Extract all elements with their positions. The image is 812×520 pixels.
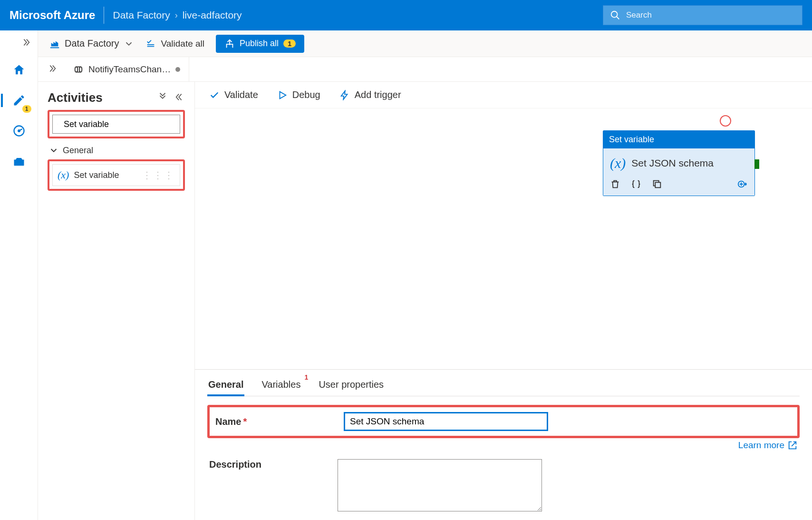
activity-item-set-variable[interactable]: (x) Set variable ⋮⋮⋮ [52,164,180,186]
rail-author[interactable]: 1 [10,91,29,110]
publish-all-label: Publish all [240,39,279,49]
activities-group-label: General [63,146,93,156]
activity-item-label: Set variable [74,170,119,180]
highlight-activity-item: (x) Set variable ⋮⋮⋮ [48,159,185,191]
drag-handle-icon[interactable]: ⋮⋮⋮ [142,169,175,181]
factory-label: Data Factory [65,38,119,49]
description-input[interactable] [338,459,542,511]
document-tab-title: NotifiyTeamsChan… [88,64,171,75]
trash-icon [610,179,620,189]
copy-icon [652,179,662,189]
properties-panel: General Variables 1 User properties Name… [195,369,812,520]
search-icon [610,10,620,20]
play-icon [277,90,288,100]
svg-point-0 [611,11,618,18]
success-output-handle[interactable] [754,159,759,169]
debug-label: Debug [292,89,320,100]
annotation-circle [720,115,731,127]
delete-node-button[interactable] [610,179,620,191]
lightning-icon [339,90,350,100]
brand-logo[interactable]: Microsoft Azure [10,9,95,22]
expand-panel-icon[interactable] [42,63,62,75]
global-search-input[interactable] [625,10,795,20]
name-label: Name* [215,416,329,427]
variable-icon: (x) [58,169,69,181]
chevron-down-icon [124,39,134,49]
add-trigger-label: Add trigger [355,89,401,100]
description-label: Description [209,459,323,470]
tab-general[interactable]: General [207,373,244,396]
tab-variables-error-count: 1 [305,373,309,381]
checklist-icon [145,39,156,49]
svg-point-3 [18,130,20,132]
rail-manage[interactable] [10,152,29,171]
activities-search[interactable] [52,115,180,134]
svg-point-10 [58,124,58,125]
collapse-all-icon[interactable] [157,92,168,104]
pencil-icon [12,94,26,107]
tab-variables-label: Variables [261,379,300,390]
pipeline-canvas[interactable]: Set variable (x) Set JSON schema [195,108,812,369]
braces-icon [631,179,641,189]
search-icon [58,119,58,129]
highlight-search [48,110,185,138]
left-rail: 1 [0,30,38,520]
tab-variables[interactable]: Variables 1 [261,373,301,396]
factory-icon [49,39,60,49]
add-trigger-button[interactable]: Add trigger [339,89,401,100]
toolbox-icon [12,155,26,168]
name-label-text: Name [215,416,241,427]
node-name: Set JSON schema [631,157,714,169]
factory-dropdown[interactable]: Data Factory [49,38,134,49]
document-tabstrip: NotifiyTeamsChan… [38,57,812,82]
expand-rail-icon[interactable] [20,37,31,49]
activities-title: Activities [48,90,151,105]
rail-home[interactable] [10,60,29,79]
chevron-right-icon: › [175,10,178,20]
variable-icon: (x) [610,155,626,171]
azure-top-bar: Microsoft Azure Data Factory › live-adfa… [0,0,812,30]
activities-panel: Activities General (x) [38,82,195,520]
rail-monitor[interactable] [10,121,29,140]
home-icon [12,63,26,77]
breadcrumb-resource[interactable]: live-adfactory [183,10,242,21]
properties-tabs: General Variables 1 User properties [207,370,800,396]
global-search[interactable] [603,5,802,25]
tab-user-properties[interactable]: User properties [318,373,385,396]
document-tab[interactable]: NotifiyTeamsChan… [65,57,189,81]
view-code-button[interactable] [631,179,641,191]
validate-button[interactable]: Validate [209,89,258,100]
activities-search-input[interactable] [63,119,175,130]
clone-node-button[interactable] [652,179,662,191]
gauge-icon [12,124,26,137]
chevron-down-icon [48,145,59,156]
validate-label: Validate [224,89,258,100]
svg-marker-12 [280,91,286,98]
name-input[interactable] [344,412,548,431]
required-indicator: * [243,416,247,427]
external-link-icon [787,440,798,451]
check-icon [209,90,220,100]
description-row: Description [207,451,800,520]
publish-all-button[interactable]: Publish all 1 [216,35,304,53]
breadcrumb-service[interactable]: Data Factory [113,10,170,21]
authoring-toolbar: Data Factory Validate all Publish all 1 [38,30,812,57]
activity-node-set-variable[interactable]: Set variable (x) Set JSON schema [603,130,755,196]
validate-all-label: Validate all [161,39,204,49]
learn-more-link[interactable]: Learn more [738,440,798,451]
highlight-name-row: Name* [207,405,800,438]
svg-line-1 [617,17,619,19]
activities-group-general[interactable]: General [48,142,185,159]
validate-all-button[interactable]: Validate all [145,39,204,49]
pipeline-icon [73,64,84,75]
canvas-toolbar: Validate Debug Add trigger [195,82,812,108]
svg-point-6 [75,67,78,72]
svg-rect-13 [655,182,660,187]
node-type-label: Set variable [603,131,754,148]
author-badge: 1 [22,105,31,113]
breadcrumb: Data Factory › live-adfactory [113,10,242,21]
publish-count-badge: 1 [283,39,296,48]
add-output-button[interactable] [737,179,748,191]
debug-button[interactable]: Debug [277,89,320,100]
hide-panel-icon[interactable] [174,92,185,104]
